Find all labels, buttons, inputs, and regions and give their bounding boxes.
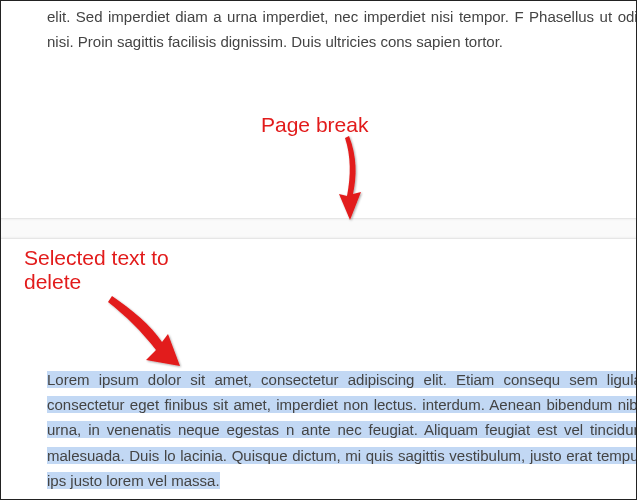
selected-text-block[interactable]: Lorem ipsum dolor sit amet, consectetur …: [47, 367, 637, 493]
annotation-label-selected-text: Selected text to delete: [24, 246, 169, 294]
document-page: elit. Sed imperdiet diam a urna imperdie…: [47, 1, 637, 55]
arrow-icon: [331, 134, 371, 224]
selection-highlight: Lorem ipsum dolor sit amet, consectetur …: [47, 371, 637, 489]
body-text-top: elit. Sed imperdiet diam a urna imperdie…: [47, 5, 637, 55]
page-break-divider: [1, 218, 636, 239]
arrow-icon: [106, 294, 196, 374]
